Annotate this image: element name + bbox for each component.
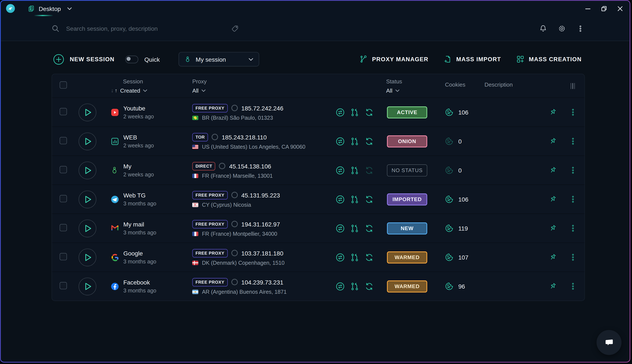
row-checkbox[interactable] xyxy=(60,166,67,173)
row-menu-button[interactable] xyxy=(570,224,576,232)
pin-session-button[interactable] xyxy=(549,137,557,145)
refresh-proxy-button[interactable] xyxy=(365,195,374,204)
proxy-manager-label: PROXY MANAGER xyxy=(372,56,428,62)
table-row[interactable]: My 2 weeks ago DIRECT 45.154.138.106 FR … xyxy=(52,156,584,184)
row-checkbox[interactable] xyxy=(60,195,67,202)
status-badge[interactable]: NEW xyxy=(387,222,427,234)
column-proxy: Proxy xyxy=(181,78,325,84)
refresh-proxy-button[interactable] xyxy=(365,166,374,175)
proxy-chain-button[interactable] xyxy=(350,253,359,262)
tag-filter-icon[interactable] xyxy=(231,25,239,32)
refresh-proxy-button[interactable] xyxy=(365,253,374,262)
refresh-proxy-button[interactable] xyxy=(365,108,374,117)
table-row[interactable]: Facebook 3 months ago FREE PROXY 104.239… xyxy=(52,272,584,300)
pin-session-button[interactable] xyxy=(549,282,557,290)
row-checkbox[interactable] xyxy=(60,137,67,144)
support-chat-button[interactable] xyxy=(596,330,621,355)
proxy-location: AR (Argentina) Buenos Aires, 1871 xyxy=(202,288,287,294)
row-checkbox[interactable] xyxy=(60,253,67,260)
pin-session-button[interactable] xyxy=(549,224,557,232)
restore-window-button[interactable] xyxy=(601,6,607,11)
play-session-button[interactable] xyxy=(79,248,97,266)
transfer-session-button[interactable] xyxy=(336,166,345,175)
select-all-checkbox[interactable] xyxy=(60,82,67,89)
status-badge[interactable]: NO STATUS xyxy=(387,164,427,176)
pin-session-button[interactable] xyxy=(549,195,557,203)
quick-toggle[interactable] xyxy=(125,56,138,63)
status-badge[interactable]: ACTIVE xyxy=(387,106,427,118)
row-menu-button[interactable] xyxy=(570,166,576,174)
refresh-proxy-button[interactable] xyxy=(365,137,374,146)
proxy-filter-control[interactable]: All xyxy=(181,87,325,94)
proxy-chain-button[interactable] xyxy=(350,224,359,233)
new-session-button[interactable]: NEW SESSION xyxy=(53,54,115,65)
transfer-session-button[interactable] xyxy=(336,137,345,146)
sort-desc-icon: ↓ xyxy=(111,88,114,94)
proxy-status-ring-icon xyxy=(212,134,218,140)
sort-created-control[interactable]: ↓↑ Created xyxy=(100,87,181,94)
proxy-chain-button[interactable] xyxy=(350,108,359,117)
search-input[interactable] xyxy=(65,24,228,32)
tab-desktop[interactable]: Desktop xyxy=(25,1,78,16)
row-checkbox[interactable] xyxy=(60,282,67,289)
refresh-proxy-button[interactable] xyxy=(365,282,374,291)
country-flag xyxy=(192,202,198,207)
row-menu-button[interactable] xyxy=(570,108,576,116)
row-menu-button[interactable] xyxy=(570,195,576,203)
play-session-button[interactable] xyxy=(79,103,97,121)
notifications-bell-icon[interactable] xyxy=(539,24,547,32)
columns-settings-icon[interactable] xyxy=(542,83,584,89)
play-session-button[interactable] xyxy=(79,220,97,237)
table-row[interactable]: Web TG 3 months ago FREE PROXY 45.131.95… xyxy=(52,184,584,214)
session-owner-dropdown[interactable]: My session xyxy=(179,52,259,66)
status-badge[interactable]: WARMED xyxy=(387,251,427,263)
row-menu-button[interactable] xyxy=(570,282,576,290)
transfer-session-button[interactable] xyxy=(336,253,345,262)
table-row[interactable]: WEB 2 weeks ago TOR 185.243.218.110 US (… xyxy=(52,126,584,156)
pin-session-button[interactable] xyxy=(549,253,557,261)
active-tab-underline xyxy=(34,15,53,16)
close-window-button[interactable] xyxy=(617,6,623,11)
mass-import-button[interactable]: MASS IMPORT xyxy=(444,55,501,64)
play-session-button[interactable] xyxy=(79,132,97,150)
proxy-chain-button[interactable] xyxy=(350,166,359,175)
row-menu-button[interactable] xyxy=(570,137,576,145)
row-menu-button[interactable] xyxy=(570,253,576,261)
refresh-proxy-button[interactable] xyxy=(365,224,374,233)
proxy-chain-button[interactable] xyxy=(350,282,359,291)
proxy-location: FR (France) Montpellier, 34000 xyxy=(202,230,277,236)
play-session-button[interactable] xyxy=(79,190,97,208)
transfer-session-button[interactable] xyxy=(336,224,345,233)
row-checkbox[interactable] xyxy=(60,108,67,115)
settings-gear-icon[interactable] xyxy=(558,24,566,32)
status-filter-control[interactable]: All xyxy=(377,87,437,94)
pin-session-button[interactable] xyxy=(549,166,557,174)
status-badge[interactable]: IMPORTED xyxy=(387,193,427,205)
transfer-session-button[interactable] xyxy=(336,282,345,291)
proxy-chain-button[interactable] xyxy=(350,195,359,204)
proxy-type-badge: FREE PROXY xyxy=(192,191,227,199)
row-checkbox[interactable] xyxy=(60,224,67,231)
status-badge[interactable]: ONION xyxy=(387,135,427,147)
cookies-count: 106 xyxy=(458,196,468,203)
proxy-network-icon xyxy=(360,55,368,64)
transfer-session-button[interactable] xyxy=(336,108,345,117)
play-session-button[interactable] xyxy=(79,278,97,295)
table-row[interactable]: My mail 3 months ago FREE PROXY 194.31.1… xyxy=(52,214,584,242)
table-row[interactable]: Google 3 months ago FREE PROXY 103.37.18… xyxy=(52,242,584,272)
proxy-manager-button[interactable]: PROXY MANAGER xyxy=(360,55,428,64)
proxy-chain-button[interactable] xyxy=(350,137,359,146)
app-window: Desktop xyxy=(0,0,630,363)
more-options-kebab-icon[interactable] xyxy=(577,25,584,32)
pin-session-button[interactable] xyxy=(549,108,557,116)
play-session-button[interactable] xyxy=(79,161,97,179)
session-name: My xyxy=(123,163,154,170)
minimize-button[interactable] xyxy=(585,6,590,11)
status-badge[interactable]: WARMED xyxy=(387,280,427,292)
transfer-session-button[interactable] xyxy=(336,195,345,204)
table-row[interactable]: Youtube 2 weeks ago FREE PROXY 185.72.24… xyxy=(52,98,584,126)
proxy-status-ring-icon xyxy=(231,250,238,256)
mass-creation-button[interactable]: MASS CREATION xyxy=(516,55,582,64)
column-session: Session xyxy=(100,78,181,84)
sort-field-label: Created xyxy=(120,87,140,94)
